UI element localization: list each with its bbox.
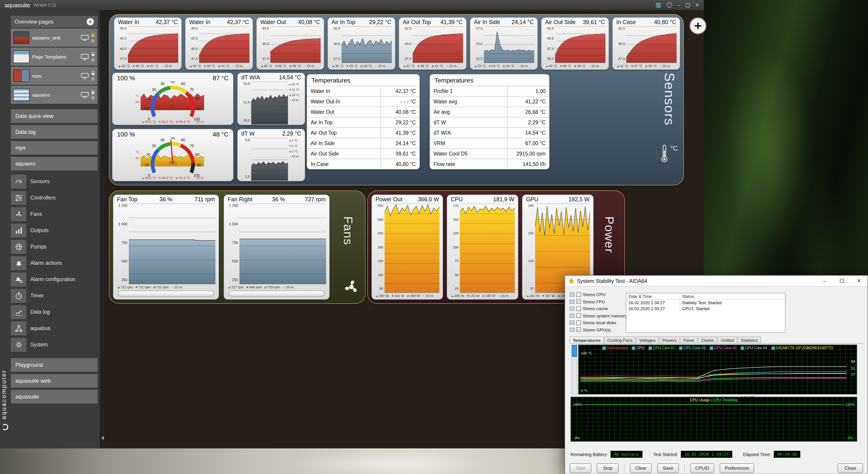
overview-page-item[interactable]: aquaero (11, 86, 97, 104)
stress-option[interactable]: Stress cache (569, 305, 626, 312)
stop-button[interactable]: Stop (597, 463, 619, 473)
checkbox[interactable] (577, 320, 581, 325)
legend-item[interactable]: ✓GIGABYTE GP-ASM2NE6100TTD (771, 346, 833, 350)
close-icon[interactable]: ✕ (850, 276, 868, 286)
legend-item[interactable]: ✓CPU (632, 346, 644, 350)
lock-icon[interactable] (91, 70, 95, 75)
tab-clocks[interactable]: Clocks (698, 337, 717, 343)
legend-item[interactable]: ✓CPU Core #1 (648, 346, 675, 350)
tab-statistics[interactable]: Statistics (738, 337, 761, 343)
sidebar-item-timer[interactable]: Timer (11, 287, 97, 304)
sidebar-item-aquasuite-web[interactable]: aquasuite web (11, 374, 97, 388)
sidebar-item-sensors[interactable]: Sensors (11, 173, 97, 190)
sidebar-item-aquaero[interactable]: aquaero (11, 157, 97, 170)
legend-scrollbar[interactable] (571, 345, 577, 394)
monitor-icon[interactable] (81, 91, 89, 98)
cpuid-button[interactable]: CPUID (690, 463, 714, 473)
checkbox[interactable]: ✓ (577, 299, 581, 304)
page-thumbnail (13, 69, 29, 82)
lock-icon[interactable] (91, 52, 95, 57)
scrollbar-thumb[interactable] (572, 345, 577, 357)
sidebar-item-alarm-configuration[interactable]: Alarm configuration (11, 271, 97, 287)
checkbox[interactable] (577, 292, 581, 297)
stress-option[interactable]: ✓Stress GPU(s) (569, 326, 626, 333)
maximize-icon[interactable] (686, 3, 690, 7)
minimize-icon[interactable]: – (677, 2, 680, 7)
overview-page-item[interactable]: Page Templates (11, 48, 97, 66)
sidebar-item-data-quick-view[interactable]: Data quick view (11, 109, 97, 123)
titlebar[interactable]: aquasuite Version X.11 i – ✕ (0, 0, 704, 10)
lock-icon[interactable] (91, 32, 95, 37)
stress-option[interactable]: Stress CPU (569, 291, 626, 298)
aida64-titlebar[interactable]: System Stability Test - AIDA64 – ✕ (565, 276, 868, 287)
preferences-button[interactable]: Preferences (720, 463, 754, 473)
save-button[interactable]: Save (657, 463, 679, 473)
y-max-label: 100 °C (581, 351, 592, 355)
fan-control-bar[interactable] (118, 291, 214, 296)
legend-item[interactable]: ✓CPU Core #3 (710, 346, 736, 350)
alarm-configuration-icon (14, 275, 23, 284)
sidebar-item-controllers[interactable]: Controllers (11, 190, 97, 206)
sidebar-item-data-log[interactable]: Data log (11, 125, 97, 139)
stress-option[interactable]: Stress local disks (569, 319, 626, 326)
sidebar-item-alarm-actions[interactable]: Alarm actions (11, 255, 97, 271)
maximize-icon[interactable] (833, 276, 850, 286)
stress-option[interactable]: Stress system memory (569, 312, 626, 319)
sidebar-item-playground[interactable]: Playground (11, 358, 97, 372)
gear-icon[interactable] (91, 57, 95, 62)
card-head: Fan Top 36 % 711 rpm (113, 195, 219, 203)
close-button[interactable]: Close (838, 463, 863, 473)
legend-item[interactable]: ✓CPU Core #2 (679, 346, 706, 350)
sidebar-item-aquabus[interactable]: aquabus (11, 320, 97, 337)
stress-option[interactable]: ✓Stress FPU (569, 298, 626, 305)
fan-icon (341, 277, 362, 297)
add-widget-button[interactable]: + (689, 17, 707, 34)
sidebar-item-mps[interactable]: mps (11, 141, 97, 155)
minimize-icon[interactable]: – (816, 276, 833, 286)
checkbox[interactable]: ✓ (577, 327, 581, 332)
sidebar-item-outputs[interactable]: Outputs (11, 222, 97, 239)
dt-w-chart (251, 138, 288, 181)
tab-temperatures[interactable]: Temperatures (569, 337, 604, 343)
monitor-icon[interactable] (81, 34, 89, 41)
log-row[interactable]: 16.02.2020 1:34:27Stability Test: Starte… (626, 300, 785, 306)
system-icon (14, 340, 23, 349)
gear-icon[interactable] (91, 95, 95, 100)
sidebar-item-fans[interactable]: Fans (11, 206, 97, 222)
tab-unified[interactable]: Unified (718, 337, 737, 343)
gear-icon[interactable] (91, 76, 95, 81)
tab-voltages[interactable]: Voltages (636, 337, 659, 343)
lock-icon[interactable] (91, 90, 95, 95)
checkbox[interactable] (577, 314, 581, 318)
monitor-icon[interactable] (81, 72, 89, 79)
checkbox[interactable] (577, 307, 581, 311)
fan-control-bar[interactable] (228, 291, 325, 296)
legend-item[interactable]: ✓CPU Core #4 (741, 346, 767, 350)
info-icon[interactable]: i (666, 2, 672, 8)
card-stats: ▴ 25 °C ▾ 24 °C ø 24 °C ~ 15 m (470, 63, 537, 69)
sidebar-item-data-log[interactable]: Data log (11, 304, 97, 320)
gear-icon[interactable] (91, 38, 95, 43)
overview-pages-header[interactable]: Overview pages + (11, 16, 97, 28)
sidebar-item-aquasuite[interactable]: aquasuite (11, 390, 97, 404)
flame-icon (569, 278, 574, 284)
layers-icon[interactable] (655, 2, 661, 8)
clear-button[interactable]: Clear (630, 463, 652, 473)
start-button[interactable]: Start (569, 463, 591, 473)
monitor-icon[interactable] (81, 53, 89, 60)
close-icon[interactable]: ✕ (695, 2, 699, 7)
tab-powers[interactable]: Powers (659, 337, 680, 343)
overview-page-item[interactable]: mps (11, 67, 97, 85)
sidebar-collapse-handle[interactable] (100, 10, 105, 448)
overview-page-item[interactable]: aquaero_and (11, 29, 97, 47)
sidebar-item-system[interactable]: System (11, 337, 97, 353)
cpu-gauge-stats: ▴ 90,0 °C ▾ 83,0 °C ø 86,4 °C ~ 15 m (113, 120, 233, 124)
history-chart (484, 26, 534, 63)
tab-cooling-fans[interactable]: Cooling Fans (604, 337, 636, 343)
y-axis-labels: 1 2501 000750500250 (115, 203, 129, 284)
add-page-icon[interactable]: + (87, 18, 94, 25)
log-row[interactable]: 16.02.2020 1:34:27GPU1: Started (626, 306, 785, 312)
tab-flows[interactable]: Flows (680, 337, 698, 343)
sidebar-item-pumps[interactable]: Pumps (11, 239, 97, 255)
legend-item[interactable]: ✓Motherboard (602, 346, 628, 350)
